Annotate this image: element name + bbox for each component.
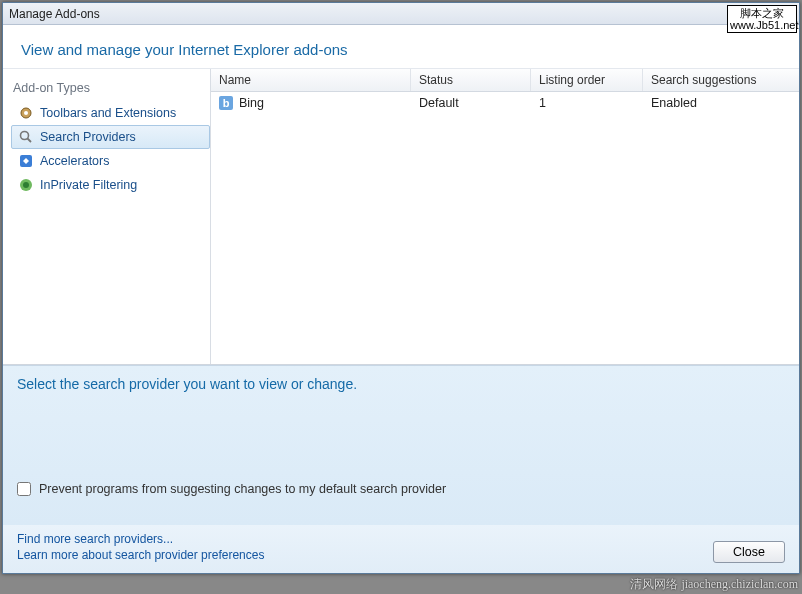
inprivate-icon	[18, 177, 34, 193]
sidebar-item-accelerators[interactable]: Accelerators	[11, 149, 210, 173]
sidebar: Add-on Types Toolbars and Extensions Sea…	[3, 69, 211, 364]
svg-point-2	[21, 132, 29, 140]
col-order[interactable]: Listing order	[531, 69, 643, 91]
sidebar-item-label: InPrivate Filtering	[40, 178, 137, 192]
watermark-top: 脚本之家 www.Jb51.net	[727, 5, 797, 33]
body: Add-on Types Toolbars and Extensions Sea…	[3, 68, 799, 365]
prevent-changes-checkbox[interactable]	[17, 482, 31, 496]
svg-point-6	[23, 182, 29, 188]
details-heading: Select the search provider you want to v…	[17, 376, 785, 392]
gear-icon	[18, 105, 34, 121]
row-order: 1	[531, 92, 643, 114]
list-pane: Name Status Listing order Search suggest…	[211, 69, 799, 364]
row-name: Bing	[239, 96, 264, 110]
manage-addons-window: Manage Add-ons 脚本之家 www.Jb51.net View an…	[2, 2, 800, 574]
bing-icon	[219, 96, 233, 110]
sidebar-item-label: Toolbars and Extensions	[40, 106, 176, 120]
row-status: Default	[411, 92, 531, 114]
search-icon	[18, 129, 34, 145]
col-sugg[interactable]: Search suggestions	[643, 69, 799, 91]
row-sugg: Enabled	[643, 92, 799, 114]
window-title: Manage Add-ons	[9, 7, 100, 21]
sidebar-item-label: Accelerators	[40, 154, 109, 168]
col-status[interactable]: Status	[411, 69, 531, 91]
link-learn-more[interactable]: Learn more about search provider prefere…	[17, 548, 264, 562]
sidebar-item-toolbars-extensions[interactable]: Toolbars and Extensions	[11, 101, 210, 125]
sidebar-heading: Add-on Types	[11, 77, 210, 101]
prevent-changes-label: Prevent programs from suggesting changes…	[39, 482, 446, 496]
instruction-text: View and manage your Internet Explorer a…	[3, 25, 799, 68]
sidebar-item-inprivate-filtering[interactable]: InPrivate Filtering	[11, 173, 210, 197]
link-find-providers[interactable]: Find more search providers...	[17, 532, 173, 546]
details-pane: Select the search provider you want to v…	[3, 365, 799, 525]
watermark-bottom: 清风网络 jiaocheng.chiziclan.com	[630, 576, 798, 593]
list-body: Bing Default 1 Enabled	[211, 92, 799, 364]
column-headers: Name Status Listing order Search suggest…	[211, 69, 799, 92]
table-row[interactable]: Bing Default 1 Enabled	[211, 92, 799, 114]
svg-point-1	[24, 111, 28, 115]
col-name[interactable]: Name	[211, 69, 411, 91]
footer-links: Find more search providers... Learn more…	[17, 531, 264, 563]
accelerator-icon	[18, 153, 34, 169]
prevent-changes-row[interactable]: Prevent programs from suggesting changes…	[17, 482, 785, 496]
sidebar-item-label: Search Providers	[40, 130, 136, 144]
footer: Find more search providers... Learn more…	[3, 525, 799, 573]
close-button[interactable]: Close	[713, 541, 785, 563]
svg-line-3	[28, 139, 32, 143]
sidebar-item-search-providers[interactable]: Search Providers	[11, 125, 210, 149]
titlebar: Manage Add-ons	[3, 3, 799, 25]
